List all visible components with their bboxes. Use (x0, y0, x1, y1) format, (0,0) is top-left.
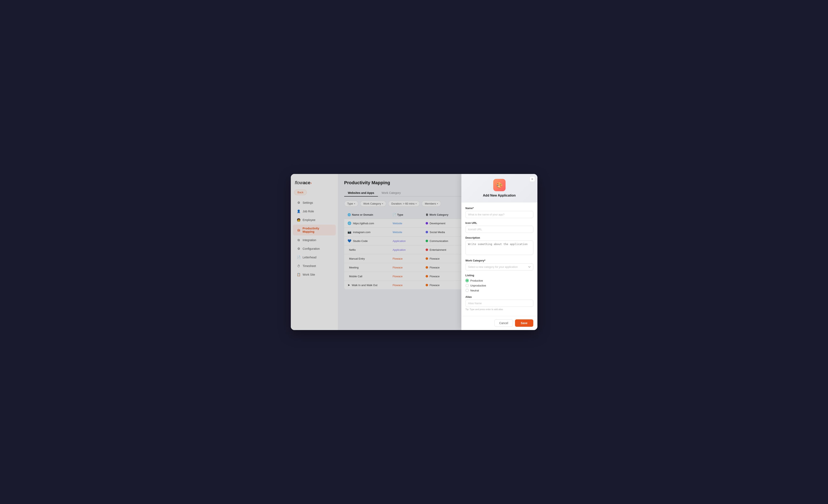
modal-title: Add New Application (466, 194, 533, 197)
radio-neutral-indicator (465, 289, 469, 292)
work-category-select[interactable]: Select a new category for your applicati… (465, 263, 533, 271)
alias-field-group: Alias Tip: Type and press enter to add a… (465, 295, 533, 311)
cancel-button[interactable]: Cancel (494, 319, 513, 327)
modal-body: Name* Icon URL Description Work Category… (461, 202, 537, 316)
radio-unproductive-indicator (465, 284, 469, 287)
radio-unproductive[interactable]: Unproductive (465, 284, 533, 287)
listing-field-group: Listing Productive Unproductive Neutr (465, 274, 533, 292)
modal-icon: 🎨 (493, 179, 505, 191)
icon-url-field-group: Icon URL (465, 221, 533, 233)
radio-productive-label: Productive (470, 279, 483, 282)
alias-tip: Tip: Type and press enter to add alias (465, 308, 533, 311)
radio-neutral-label: Neutral (470, 289, 479, 292)
add-application-modal: ✕ 🎨 Add New Application Name* Icon URL D… (461, 174, 537, 330)
radio-unproductive-label: Unproductive (470, 284, 486, 287)
description-field-group: Description (465, 236, 533, 256)
work-category-label: Work Category* (465, 259, 533, 262)
alias-label: Alias (465, 295, 533, 299)
app-name-input[interactable] (465, 211, 533, 218)
modal-header: ✕ 🎨 Add New Application (461, 174, 537, 202)
work-category-field-group: Work Category* Select a new category for… (465, 259, 533, 271)
name-field-group: Name* (465, 207, 533, 218)
radio-productive[interactable]: Productive (465, 279, 533, 282)
modal-close-button[interactable]: ✕ (530, 176, 535, 182)
icon-url-input[interactable] (465, 226, 533, 233)
modal-footer: Cancel Save (461, 316, 537, 330)
description-input[interactable] (465, 240, 533, 255)
description-label: Description (465, 236, 533, 239)
icon-url-label: Icon URL (465, 221, 533, 225)
listing-radio-group: Productive Unproductive Neutral (465, 279, 533, 292)
modal-overlay: ✕ 🎨 Add New Application Name* Icon URL D… (291, 174, 537, 330)
alias-input[interactable] (465, 300, 533, 307)
listing-label: Listing (465, 274, 533, 277)
save-button[interactable]: Save (515, 319, 533, 327)
radio-neutral[interactable]: Neutral (465, 289, 533, 292)
name-label: Name* (465, 207, 533, 210)
radio-productive-indicator (465, 279, 469, 282)
